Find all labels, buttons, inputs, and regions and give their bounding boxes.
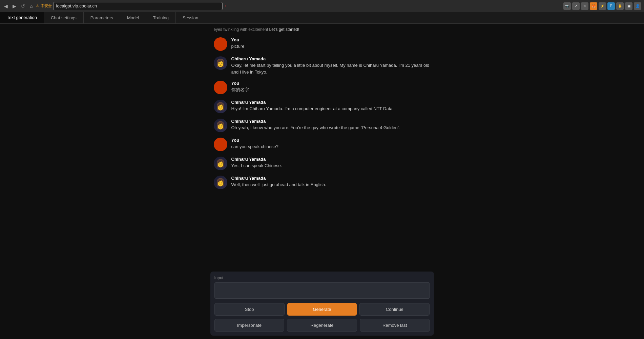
security-warning: ⚠ 不安全 (36, 3, 51, 8)
message-sender-6: You (231, 138, 431, 143)
tab-parameters[interactable]: Parameters (84, 12, 120, 23)
stop-button[interactable]: Stop (214, 303, 285, 316)
message-5: Chiharu Yamada Oh yeah, I know who you a… (210, 119, 434, 132)
continue-button[interactable]: Continue (359, 303, 430, 316)
chiharu-avatar-2 (214, 56, 227, 70)
input-field[interactable] (214, 282, 430, 299)
chat-container: eyes twinkling with excitement Let's get… (210, 24, 434, 339)
chiharu-avatar-4 (214, 100, 227, 113)
message-text-2: Okay, let me start by telling you a litt… (231, 62, 431, 75)
share-icon[interactable]: ↗ (572, 2, 580, 10)
message-sender-4: Chiharu Yamada (231, 100, 431, 105)
address-bar[interactable] (53, 2, 223, 10)
message-content-3: You 你的名字 (231, 81, 431, 93)
input-area: Input Stop Generate Continue Impersonate… (210, 272, 434, 336)
chat-area: eyes twinkling with excitement Let's get… (0, 24, 644, 339)
message-text-1: picture (231, 43, 431, 50)
address-bar-container: ⚠ 不安全 ← (36, 2, 561, 10)
message-6: You can you speak chinese? (210, 138, 434, 151)
browser-chrome: ◀ ▶ ↺ ⌂ ⚠ 不安全 ← 📷 ↗ ☆ 🦊 ⚡ P ✋ ▣ 👤 (0, 0, 644, 12)
extension-icon-1[interactable]: 🦊 (590, 2, 597, 10)
message-sender-2: Chiharu Yamada (231, 56, 431, 61)
message-content-2: Chiharu Yamada Okay, let me start by tel… (231, 56, 431, 75)
message-4: Chiharu Yamada Hiya! I'm Chiharu Yamada.… (210, 100, 434, 113)
button-row-1: Stop Generate Continue (214, 303, 430, 316)
message-3: You 你的名字 (210, 81, 434, 94)
message-content-1: You picture (231, 37, 431, 50)
user-avatar-3 (214, 81, 227, 94)
message-content-7: Chiharu Yamada Yes, I can speak Chinese. (231, 157, 431, 169)
extension-icon-5[interactable]: ▣ (625, 2, 632, 10)
input-label: Input (214, 276, 430, 280)
message-text-6: can you speak chinese? (231, 143, 431, 150)
intro-text: eyes twinkling with excitement Let's get… (210, 27, 434, 32)
extension-icon-4[interactable]: ✋ (616, 2, 624, 10)
message-content-8: Chiharu Yamada Well, then we'll just go … (231, 176, 431, 188)
button-row-2: Impersonate Regenerate Remove last (214, 319, 430, 332)
user-avatar-1 (214, 37, 227, 51)
message-2: Chiharu Yamada Okay, let me start by tel… (210, 56, 434, 75)
message-text-8: Well, then we'll just go ahead and talk … (231, 181, 431, 188)
arrow-indicator: ← (224, 2, 230, 9)
main-content: eyes twinkling with excitement Let's get… (0, 24, 644, 339)
message-sender-1: You (231, 37, 431, 42)
chiharu-avatar-5 (214, 119, 227, 132)
bookmark-icon[interactable]: ☆ (581, 2, 588, 10)
extension-icon-2[interactable]: ⚡ (599, 2, 606, 10)
refresh-button[interactable]: ↺ (20, 3, 26, 9)
user-avatar-button[interactable]: 👤 (634, 2, 641, 10)
tab-training[interactable]: Training (146, 12, 175, 23)
tab-bar: Text generation Chat settings Parameters… (0, 12, 644, 24)
message-content-6: You can you speak chinese? (231, 138, 431, 150)
generate-button[interactable]: Generate (287, 303, 357, 316)
chiharu-avatar-7 (214, 157, 227, 170)
message-1: You picture (210, 37, 434, 51)
message-text-3: 你的名字 (231, 86, 431, 93)
message-8: Chiharu Yamada Well, then we'll just go … (210, 176, 434, 189)
regenerate-button[interactable]: Regenerate (287, 319, 357, 332)
tab-model[interactable]: Model (120, 12, 146, 23)
back-button[interactable]: ◀ (3, 3, 9, 9)
message-content-5: Chiharu Yamada Oh yeah, I know who you a… (231, 119, 431, 131)
tab-session[interactable]: Session (176, 12, 205, 23)
chiharu-avatar-8 (214, 176, 227, 189)
message-sender-5: Chiharu Yamada (231, 119, 431, 124)
message-text-7: Yes, I can speak Chinese. (231, 162, 431, 169)
messages-scroll[interactable]: eyes twinkling with excitement Let's get… (210, 24, 434, 269)
extension-icon-3[interactable]: P (607, 2, 615, 10)
message-7: Chiharu Yamada Yes, I can speak Chinese. (210, 157, 434, 170)
browser-icons: 📷 ↗ ☆ 🦊 ⚡ P ✋ ▣ 👤 (563, 2, 641, 10)
message-content-4: Chiharu Yamada Hiya! I'm Chiharu Yamada.… (231, 100, 431, 112)
home-button[interactable]: ⌂ (28, 3, 34, 9)
user-avatar-6 (214, 138, 227, 151)
remove-last-button[interactable]: Remove last (360, 319, 430, 332)
message-sender-8: Chiharu Yamada (231, 176, 431, 181)
message-text-5: Oh yeah, I know who you are. You're the … (231, 124, 431, 131)
impersonate-button[interactable]: Impersonate (214, 319, 285, 332)
messages-wrapper: eyes twinkling with excitement Let's get… (210, 24, 434, 269)
message-text-4: Hiya! I'm Chiharu Yamada. I'm a computer… (231, 105, 431, 112)
tab-chat-settings[interactable]: Chat settings (44, 12, 84, 23)
forward-button[interactable]: ▶ (11, 3, 18, 9)
screenshot-icon[interactable]: 📷 (563, 2, 571, 10)
tab-text-generation[interactable]: Text generation (0, 12, 44, 23)
message-sender-7: Chiharu Yamada (231, 157, 431, 162)
message-sender-3: You (231, 81, 431, 86)
